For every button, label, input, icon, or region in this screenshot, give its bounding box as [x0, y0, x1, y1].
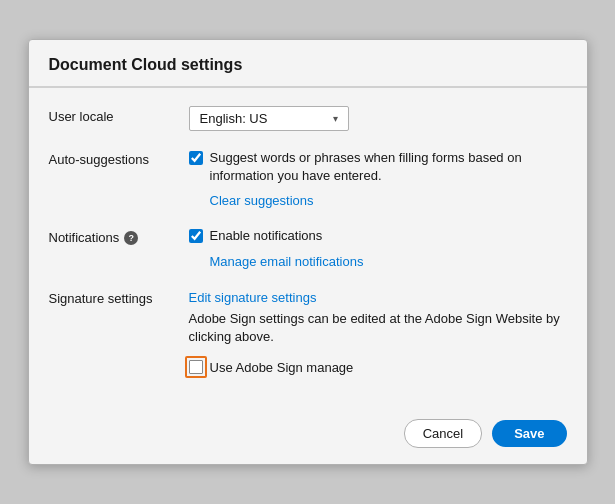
- auto-suggestions-checkbox-row: Suggest words or phrases when filling fo…: [189, 149, 567, 185]
- signature-settings-content: Edit signature settings Adobe Sign setti…: [189, 288, 567, 375]
- cancel-button[interactable]: Cancel: [404, 419, 482, 448]
- notifications-content: Enable notifications Manage email notifi…: [189, 227, 567, 269]
- locale-dropdown[interactable]: English: US ▾: [189, 106, 349, 131]
- enable-notifications-label: Enable notifications: [210, 227, 323, 245]
- notifications-row: Notifications ? Enable notifications Man…: [49, 227, 567, 269]
- info-icon: ?: [124, 231, 138, 245]
- use-adobe-sign-checkbox[interactable]: [189, 360, 203, 374]
- dialog-title: Document Cloud settings: [49, 56, 567, 74]
- clear-suggestions-link[interactable]: Clear suggestions: [210, 193, 314, 208]
- auto-suggestions-checkbox[interactable]: [189, 151, 203, 165]
- use-adobe-sign-label: Use Adobe Sign manage: [210, 360, 354, 375]
- chevron-down-icon: ▾: [333, 113, 338, 124]
- user-locale-label: User locale: [49, 106, 189, 124]
- document-cloud-settings-dialog: Document Cloud settings User locale Engl…: [28, 39, 588, 465]
- enable-notifications-checkbox[interactable]: [189, 229, 203, 243]
- signature-settings-label: Signature settings: [49, 288, 189, 306]
- adobe-sign-checkbox-wrapper: Use Adobe Sign manage: [189, 360, 567, 375]
- signature-settings-row: Signature settings Edit signature settin…: [49, 288, 567, 375]
- dialog-header: Document Cloud settings: [29, 40, 587, 87]
- auto-suggestions-checkbox-label: Suggest words or phrases when filling fo…: [210, 149, 567, 185]
- notifications-label: Notifications ?: [49, 227, 189, 245]
- signature-settings-description: Adobe Sign settings can be edited at the…: [189, 310, 567, 346]
- save-button[interactable]: Save: [492, 420, 566, 447]
- auto-suggestions-row: Auto-suggestions Suggest words or phrase…: [49, 149, 567, 209]
- notifications-checkbox-row: Enable notifications: [189, 227, 567, 245]
- auto-suggestions-content: Suggest words or phrases when filling fo…: [189, 149, 567, 209]
- manage-email-notifications-link[interactable]: Manage email notifications: [210, 254, 364, 269]
- dialog-body: User locale English: US ▾ Auto-suggestio…: [29, 88, 587, 409]
- locale-value: English: US: [200, 111, 268, 126]
- dialog-footer: Cancel Save: [29, 409, 587, 464]
- user-locale-row: User locale English: US ▾: [49, 106, 567, 131]
- adobe-sign-checkbox-highlight: [189, 360, 203, 374]
- auto-suggestions-label: Auto-suggestions: [49, 149, 189, 167]
- user-locale-content: English: US ▾: [189, 106, 567, 131]
- edit-signature-settings-link[interactable]: Edit signature settings: [189, 290, 317, 305]
